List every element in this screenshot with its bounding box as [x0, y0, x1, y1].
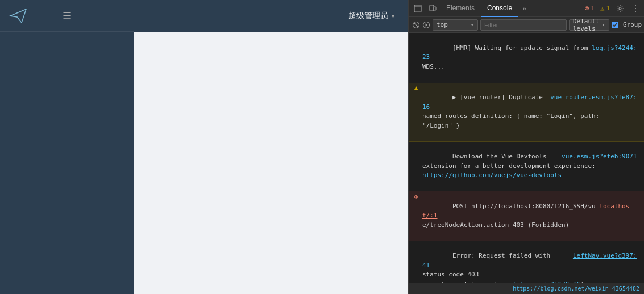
tab-console[interactable]: Console: [481, 0, 518, 17]
sidebar: ☰: [0, 0, 134, 294]
svg-point-4: [619, 7, 621, 10]
svg-line-6: [414, 23, 418, 27]
context-chevron-icon: ▾: [470, 21, 474, 28]
error-circle-line-icon: ⊗: [412, 193, 420, 201]
tab-more[interactable]: »: [519, 5, 530, 12]
user-label: 超级管理员: [348, 11, 388, 21]
sidebar-content: [0, 32, 134, 294]
tab-console-label: Console: [487, 4, 512, 12]
context-value: top: [437, 21, 468, 28]
more-options-icon[interactable]: ⋮: [628, 2, 642, 15]
main-content: [134, 32, 408, 294]
console-text-hmr: [HMR] Waiting for update signal from log…: [422, 34, 639, 81]
warn-triangle-line-icon: ▲: [412, 85, 420, 93]
tab-elements-label: Elements: [446, 4, 475, 12]
devtools-panel: Elements Console » ⊗ 1 ⚠ 1 ⋮: [408, 0, 644, 294]
warn-triangle-icon: ⚠: [600, 5, 604, 12]
console-line-vue-router: ▲ ▶ [vue-router] Duplicate vue-router.es…: [409, 83, 644, 142]
chevron-down-icon: ▾: [392, 13, 394, 19]
inspect-icon[interactable]: [411, 2, 425, 15]
svg-rect-2: [430, 5, 434, 11]
console-text-post-error: POST http://localhost:8080/T216_SSH/vu l…: [422, 192, 639, 240]
tab-elements[interactable]: Elements: [441, 0, 480, 17]
warn-count: 1: [606, 5, 610, 12]
group-checkbox[interactable]: [612, 22, 618, 28]
link-createerror[interactable]: createError.js?16d0:16: [497, 280, 580, 283]
devtools-tabbar: Elements Console » ⊗ 1 ⚠ 1 ⋮: [409, 0, 644, 17]
console-text-devtools: Download the Vue Devtools vue.esm.js?efe…: [422, 143, 639, 190]
console-line-devtools: Download the Vue Devtools vue.esm.js?efe…: [409, 142, 644, 192]
menu-toggle-icon[interactable]: ☰: [63, 10, 72, 22]
error-circle-icon: ⊗: [585, 4, 589, 12]
console-text-vue-router: ▶ [vue-router] Duplicate vue-router.esm.…: [422, 84, 639, 140]
group-label: Group: [621, 21, 644, 28]
device-icon[interactable]: [426, 2, 439, 15]
default-levels-label: Default levels: [573, 18, 599, 32]
svg-rect-0: [414, 5, 421, 12]
console-clear-button[interactable]: [412, 19, 420, 31]
logo-icon: [9, 7, 27, 25]
console-output[interactable]: [HMR] Waiting for update signal from log…: [409, 33, 644, 283]
warn-badge: ⚠ 1: [598, 5, 612, 12]
error-count: 1: [591, 5, 595, 12]
console-toolbar: top ▾ Default levels ▾ Group: [409, 17, 644, 33]
console-text-error-detail: Error: Request failed with LeftNav.vue?d…: [422, 242, 639, 283]
console-filter-button[interactable]: [422, 19, 430, 31]
console-context-select[interactable]: top ▾: [433, 19, 478, 31]
link-github-vue[interactable]: https://github.com/vuejs/vue-devtools: [422, 171, 562, 179]
main-header: 超级管理员 ▾: [134, 0, 408, 32]
settings-icon[interactable]: [613, 2, 627, 15]
link-vue-esm[interactable]: vue.esm.js?efeb:9071: [562, 153, 637, 160]
levels-chevron-icon: ▾: [601, 21, 605, 28]
error-badge: ⊗ 1: [583, 4, 597, 12]
sidebar-header: ☰: [0, 0, 134, 32]
main-area: 超级管理员 ▾: [134, 0, 408, 294]
console-filter-input[interactable]: [480, 19, 567, 31]
console-line-post-error: ⊗ POST http://localhost:8080/T216_SSH/vu…: [409, 191, 644, 241]
console-line-error-detail: Error: Request failed with LeftNav.vue?d…: [409, 241, 644, 283]
console-footer: https://blog.csdn.net/weixin_43654482: [409, 283, 644, 294]
console-default-levels-select[interactable]: Default levels ▾: [569, 19, 609, 31]
console-line-hmr: [HMR] Waiting for update signal from log…: [409, 33, 644, 83]
toolbar-right: ⊗ 1 ⚠ 1 ⋮: [583, 2, 642, 15]
user-menu[interactable]: 超级管理员 ▾: [348, 11, 394, 21]
footer-link[interactable]: https://blog.csdn.net/weixin_43654482: [513, 285, 639, 292]
